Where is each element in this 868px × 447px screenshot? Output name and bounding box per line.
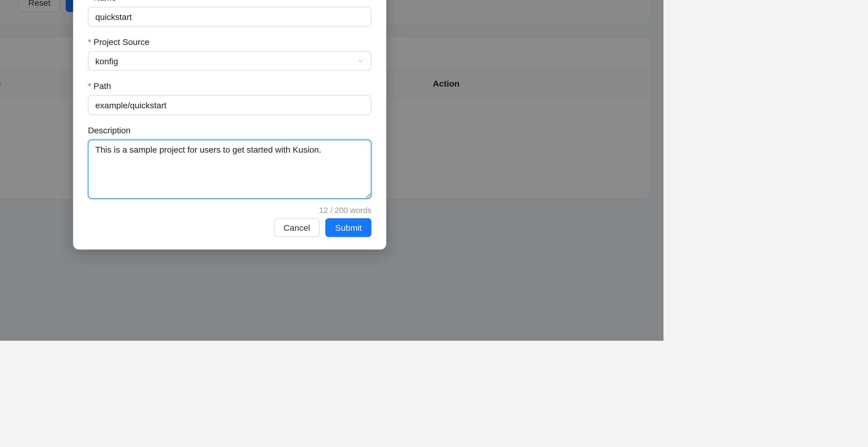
name-label: *Name [88, 0, 372, 2]
description-label: Description [88, 125, 372, 135]
path-input[interactable] [88, 95, 372, 115]
description-textarea[interactable] [88, 140, 372, 199]
name-input[interactable] [88, 7, 372, 27]
path-label: *Path [88, 81, 372, 90]
source-value: konfig [95, 56, 118, 66]
modal-footer: Cancel Submit [88, 218, 372, 237]
submit-button[interactable]: Submit [326, 218, 371, 237]
modal-overlay[interactable]: New Project *Name *Project Source konfig… [0, 0, 663, 341]
new-project-modal: New Project *Name *Project Source konfig… [73, 0, 386, 249]
source-select[interactable]: konfig [88, 51, 372, 70]
cancel-button[interactable]: Cancel [274, 218, 320, 237]
chevron-down-icon [357, 58, 364, 64]
source-label: *Project Source [88, 37, 372, 47]
word-count: 12 / 200 words [88, 206, 372, 215]
